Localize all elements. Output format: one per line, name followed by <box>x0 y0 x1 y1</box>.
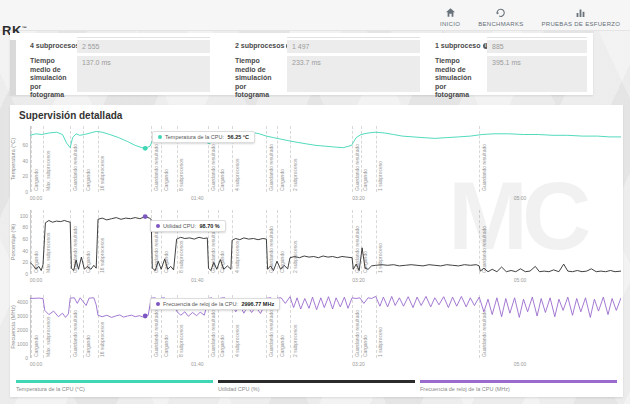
x-tick: 03:20 <box>352 277 365 283</box>
time-value: 233.7 ms <box>287 56 420 92</box>
legend-label: Frecuencia de reloj de la CPU (MHz) <box>420 386 510 392</box>
nav-label: BENCHMARKS <box>478 21 523 27</box>
legend-item: Temperatura de la CPU (°C) <box>16 380 213 394</box>
y-tick: 4000 <box>10 299 28 305</box>
x-tick: 01:40 <box>191 361 204 367</box>
legend-item: Frecuencia de reloj de la CPU (MHz) <box>420 380 617 394</box>
result-column-4-threads: 4 subprocesosi 2 555 Tiempo medio de sim… <box>10 33 210 95</box>
y-tick: 100 <box>10 213 28 219</box>
tooltip-text: Utilidad CPU: 98.70 % <box>163 223 220 229</box>
tooltip-series-dot <box>158 135 162 139</box>
result-column-1-thread: 1 subprocesoi 885 Tiempo medio de simula… <box>420 33 593 95</box>
y-tick: 20 <box>10 259 28 265</box>
y-tick: 1000 <box>10 341 28 347</box>
y-tick: 2000 <box>10 327 28 333</box>
y-tick: 40 <box>10 248 28 254</box>
tooltip-text: Frecuencia de reloj de la CPU: 2996.77 M… <box>163 301 274 307</box>
x-tick: 05:00 <box>514 361 527 367</box>
tooltip-value: 98.70 % <box>200 223 220 229</box>
y-tick: 80 <box>10 224 28 230</box>
score-label: 2 subprocesosi <box>235 42 292 51</box>
x-tick: 00:00 <box>30 277 43 283</box>
cpu-utilization-plot-area[interactable] <box>30 210 621 274</box>
time-label: Tiempo medio de simulación por fotograma <box>30 57 76 100</box>
y-tick: 60 <box>10 142 28 148</box>
legend-label: Temperatura de la CPU (°C) <box>16 386 85 392</box>
tooltip-series-dot <box>156 224 160 228</box>
app-window: RK™ INICIO BENCHMARKS PRUEBAS DE ESFUERZ… <box>0 0 630 404</box>
nav-label: PRUEBAS DE ESFUERZO <box>541 21 620 27</box>
section-title: Supervisión detallada <box>19 110 122 121</box>
time-label: Tiempo medio de simulación por fotograma <box>435 57 481 100</box>
x-tick: 05:00 <box>514 195 527 201</box>
x-tick: 01:40 <box>191 195 204 201</box>
results-panel: 4 subprocesosi 2 555 Tiempo medio de sim… <box>10 33 593 95</box>
y-tick: 60 <box>10 236 28 242</box>
time-value: 395.1 ms <box>487 56 587 92</box>
x-tick: 01:40 <box>191 277 204 283</box>
hover-tooltip: Frecuencia de reloj de la CPU: 2996.77 M… <box>150 298 280 310</box>
x-tick: 00:00 <box>30 195 43 201</box>
time-label: Tiempo medio de simulación por fotograma <box>235 57 281 100</box>
hover-tooltip: Temperatura de la CPU: 56.25 °C <box>152 131 255 143</box>
benchmarks-icon <box>495 7 506 18</box>
y-tick: 20 <box>10 173 28 179</box>
nav-item-inicio[interactable]: INICIO <box>440 7 460 27</box>
x-tick: 03:20 <box>352 195 365 201</box>
trademark-mark: ™ <box>22 25 28 31</box>
legend-color-bar <box>16 380 213 383</box>
legend-color-bar <box>420 380 617 383</box>
nav-label: INICIO <box>440 21 460 27</box>
y-tick: 40 <box>10 158 28 164</box>
time-value: 137.0 ms <box>77 56 210 92</box>
main-nav: INICIO BENCHMARKS PRUEBAS DE ESFUERZO RE… <box>440 7 630 27</box>
home-icon <box>445 7 456 18</box>
y-tick: 0 <box>10 271 28 277</box>
legend-item: Utilidad CPU (%) <box>218 380 415 394</box>
x-tick: 03:20 <box>352 361 365 367</box>
x-tick: 00:00 <box>30 361 43 367</box>
cpu-temperature-plot-area[interactable] <box>30 126 621 192</box>
tooltip-value: 56.25 °C <box>228 134 249 140</box>
y-tick: 0 <box>10 355 28 361</box>
score-value: 2 555 <box>77 40 210 53</box>
nav-item-pruebas-de-esfuerzo[interactable]: PRUEBAS DE ESFUERZO <box>541 7 620 27</box>
score-value: 1 497 <box>287 40 420 53</box>
tooltip-series-dot <box>156 302 160 306</box>
score-value: 885 <box>487 40 587 53</box>
legend-color-bar <box>218 380 415 383</box>
y-tick: 0 <box>10 189 28 195</box>
score-label: 1 subprocesoi <box>435 42 489 51</box>
legend-label: Utilidad CPU (%) <box>218 386 260 392</box>
nav-item-benchmarks[interactable]: BENCHMARKS <box>478 7 523 27</box>
hover-tooltip: Utilidad CPU: 98.70 % <box>150 220 226 232</box>
tooltip-text: Temperatura de la CPU: 56.25 °C <box>165 134 249 140</box>
y-tick: 3000 <box>10 313 28 319</box>
result-column-2-threads: 2 subprocesosi 1 497 Tiempo medio de sim… <box>215 33 415 95</box>
cpu-clock-plot-area[interactable] <box>30 295 621 358</box>
stress-test-icon <box>575 7 586 18</box>
tooltip-value: 2996.77 MHz <box>241 301 274 307</box>
x-tick: 05:00 <box>514 277 527 283</box>
